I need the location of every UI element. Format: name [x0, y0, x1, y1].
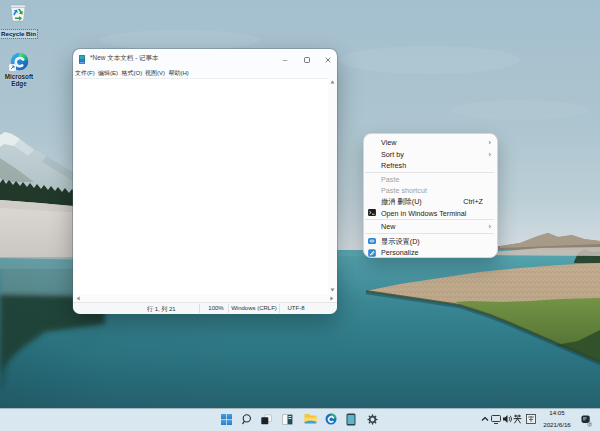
svg-text:7: 7 [589, 422, 591, 426]
